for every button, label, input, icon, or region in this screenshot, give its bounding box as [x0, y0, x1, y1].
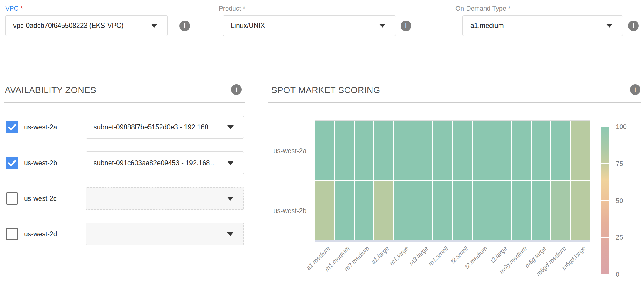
heatmap-cell-us-west-2a-a1.medium[interactable]	[315, 121, 334, 180]
info-icon[interactable]: i	[231, 84, 242, 95]
heatmap-bottom-axis-line	[315, 240, 590, 242]
availability-zones-title: AVAILABILITY ZONES	[5, 85, 96, 95]
heatmap-cell-us-west-2b-t2.medium[interactable]	[473, 181, 492, 240]
product-select[interactable]: Linux/UNIX	[223, 15, 396, 36]
product-select-value: Linux/UNIX	[223, 22, 265, 30]
section-divider	[4, 102, 245, 103]
heatmap-cell-us-west-2a-m6g.large[interactable]	[532, 121, 550, 180]
zone-label: us-west-2a	[24, 121, 57, 133]
checkmark-icon	[6, 121, 18, 133]
chevron-down-icon	[151, 24, 157, 28]
legend-tick-label: 75	[616, 160, 623, 168]
spot-market-scoring-title: SPOT MARKET SCORING	[271, 85, 380, 95]
heatmap-cell-us-west-2b-m1.medium[interactable]	[335, 181, 354, 240]
chevron-down-icon	[227, 161, 234, 165]
legend-tick-line	[601, 200, 609, 201]
legend-tick-label: 25	[616, 234, 623, 241]
heatmap-cell-us-west-2b-t2.small[interactable]	[453, 181, 472, 240]
zone-label: us-west-2c	[24, 192, 57, 205]
heatmap-cell-us-west-2b-m6g.medium[interactable]	[512, 181, 531, 240]
vpc-label: VPC*	[5, 5, 23, 12]
heatmap-cell-us-west-2b-a1.medium[interactable]	[315, 181, 334, 240]
heatmap-cell-us-west-2a-m3.large[interactable]	[413, 121, 432, 180]
panel-divider	[257, 70, 257, 283]
heatmap-cell-us-west-2b-m6g.large[interactable]	[532, 181, 550, 240]
heatmap-cell-us-west-2b-t2.large[interactable]	[492, 181, 511, 240]
subnet-select	[86, 223, 244, 245]
legend-tick-line	[601, 237, 609, 238]
heatmap-cell-us-west-2a-m1.small[interactable]	[433, 121, 452, 180]
legend-tick-label: 100	[616, 123, 627, 131]
on-demand-type-label: On-Demand Type*	[455, 5, 511, 12]
chevron-down-icon	[227, 197, 233, 201]
heatmap-cell-us-west-2a-t2.large[interactable]	[492, 121, 511, 180]
heatmap-cell-us-west-2a-m6gd.large[interactable]	[571, 121, 590, 180]
chevron-down-icon	[227, 232, 233, 236]
chevron-down-icon	[606, 24, 613, 28]
heatmap-cell-us-west-2b-m6gd.large[interactable]	[571, 181, 590, 240]
heatmap-cell-us-west-2a-t2.medium[interactable]	[473, 121, 492, 180]
info-icon[interactable]: i	[401, 21, 411, 31]
chevron-down-icon	[227, 125, 234, 129]
heatmap-cell-us-west-2b-m3.large[interactable]	[413, 181, 432, 240]
heatmap-y-label: us-west-2a	[260, 147, 306, 155]
zone-checkbox[interactable]	[6, 121, 18, 133]
subnet-select[interactable]: subnet-091c603aa82e09453 - 192.168…	[86, 151, 244, 174]
zone-checkbox[interactable]	[6, 228, 18, 240]
spot-instance-configuration-page: VPC* vpc-0adcb70f645508223 (EKS-VPC) i P…	[0, 0, 644, 283]
heatmap-cell-us-west-2b-m1.small[interactable]	[433, 181, 452, 240]
section-divider	[268, 102, 641, 103]
zone-checkbox[interactable]	[6, 192, 18, 205]
legend-tick-line	[601, 163, 609, 164]
legend-tick-label: 0	[616, 271, 619, 278]
heatmap-cell-us-west-2a-t2.small[interactable]	[453, 121, 472, 180]
vpc-select-value: vpc-0adcb70f645508223 (EKS-VPC)	[6, 22, 123, 30]
on-demand-type-select[interactable]: a1.medium	[462, 15, 623, 36]
zone-label: us-west-2b	[24, 157, 57, 169]
legend-tick-label: 50	[616, 197, 623, 205]
heatmap-top-axis-line	[315, 120, 590, 121]
zone-label: us-west-2d	[24, 228, 57, 240]
heatmap-cell-us-west-2a-m1.medium[interactable]	[335, 121, 354, 180]
heatmap-cell-us-west-2a-m6g.medium[interactable]	[512, 121, 531, 180]
product-label: Product*	[219, 5, 245, 12]
subnet-select[interactable]: subnet-09888f7be5152d0e3 - 192.168…	[86, 116, 244, 139]
subnet-select	[86, 187, 244, 210]
heatmap-y-label: us-west-2b	[260, 207, 306, 215]
subnet-select-value: subnet-091c603aa82e09453 - 192.168…	[86, 159, 215, 167]
checkmark-icon	[6, 157, 18, 169]
heatmap-cell-us-west-2a-m1.large[interactable]	[394, 121, 413, 180]
heatmap-cell-us-west-2b-m3.medium[interactable]	[355, 181, 373, 240]
heatmap-cell-us-west-2a-m6gd.medium[interactable]	[551, 121, 570, 180]
heatmap-cell-us-west-2b-m6gd.medium[interactable]	[551, 181, 570, 240]
subnet-select-value: subnet-09888f7be5152d0e3 - 192.168…	[86, 123, 215, 131]
on-demand-type-select-value: a1.medium	[463, 22, 504, 30]
vpc-select[interactable]: vpc-0adcb70f645508223 (EKS-VPC)	[5, 15, 168, 36]
zone-checkbox[interactable]	[6, 157, 18, 169]
chevron-down-icon	[379, 24, 386, 28]
heatmap-cell-us-west-2a-a1.large[interactable]	[374, 121, 393, 180]
info-icon[interactable]: i	[630, 84, 640, 95]
info-icon[interactable]: i	[628, 21, 639, 31]
spot-score-heatmap	[315, 121, 590, 240]
heatmap-cell-us-west-2a-m3.medium[interactable]	[355, 121, 373, 180]
info-icon[interactable]: i	[179, 21, 190, 31]
heatmap-cell-us-west-2b-m1.large[interactable]	[394, 181, 413, 240]
heatmap-cell-us-west-2b-a1.large[interactable]	[374, 181, 393, 240]
